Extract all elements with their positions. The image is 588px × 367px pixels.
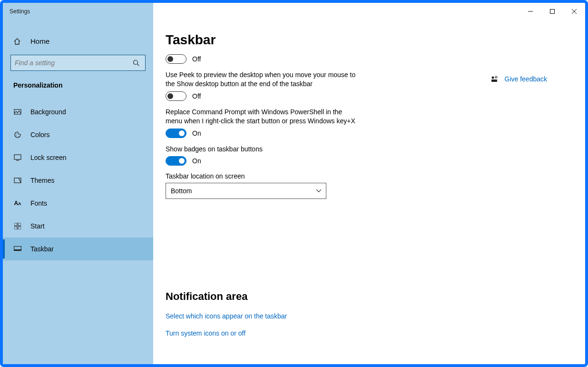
svg-point-14 [491, 77, 494, 79]
app-title: Settings [10, 8, 30, 15]
maximize-icon [550, 9, 555, 14]
page-title: Taskbar [166, 32, 573, 48]
svg-point-3 [16, 133, 17, 134]
select-taskbar-location[interactable]: Bottom [166, 183, 326, 199]
close-icon [572, 9, 577, 14]
sidebar-item-lock-screen[interactable]: Lock screen [3, 146, 153, 169]
sidebar-item-start[interactable]: Start [3, 215, 153, 238]
toggle-badges[interactable] [166, 156, 186, 166]
toggle-powershell[interactable] [166, 129, 186, 138]
svg-rect-8 [14, 223, 17, 226]
svg-rect-15 [491, 79, 497, 82]
sidebar-item-background[interactable]: Background [3, 100, 153, 123]
home-icon [13, 38, 22, 45]
svg-rect-6 [14, 155, 21, 159]
setting-desc-powershell: Replace Command Prompt with Windows Powe… [166, 108, 361, 126]
titlebar: Settings [3, 3, 585, 20]
setting-desc-badges: Show badges on taskbar buttons [166, 145, 365, 154]
taskbar-icon [13, 246, 22, 252]
sidebar: Home Personalization Background [3, 20, 153, 364]
section-heading-notification: Notification area [166, 290, 573, 303]
sidebar-item-fonts[interactable]: AA Fonts [3, 192, 153, 215]
sidebar-item-label: Background [30, 108, 66, 116]
toggle-state-label: On [192, 129, 201, 137]
svg-rect-13 [14, 249, 21, 251]
svg-point-4 [16, 135, 17, 136]
fonts-icon: AA [13, 200, 22, 207]
minimize-button[interactable] [519, 3, 541, 20]
svg-point-16 [495, 76, 497, 78]
nav-list: Background Colors Lock screen Themes AA … [3, 100, 153, 260]
sidebar-item-label: Taskbar [30, 245, 54, 253]
sidebar-item-label: Fonts [30, 199, 47, 207]
link-select-icons[interactable]: Select which icons appear on the taskbar [166, 312, 573, 320]
toggle-state-label: Off [192, 92, 201, 100]
toggle-state-label: Off [192, 55, 201, 63]
search-box[interactable] [10, 55, 146, 71]
svg-rect-11 [18, 227, 21, 229]
sidebar-item-label: Themes [30, 177, 55, 184]
toggle-state-label: On [192, 157, 201, 165]
sidebar-item-themes[interactable]: Themes [3, 169, 153, 192]
svg-rect-0 [550, 10, 555, 14]
main-content: Taskbar Off Use Peek to preview the desk… [153, 20, 585, 364]
toggle-peek[interactable] [166, 91, 186, 101]
setting-desc-peek: Use Peek to preview the desktop when you… [166, 70, 365, 89]
svg-rect-9 [18, 223, 21, 226]
settings-window: Settings Home [3, 3, 585, 364]
sidebar-item-taskbar[interactable]: Taskbar [3, 238, 153, 260]
link-system-icons[interactable]: Turn system icons on or off [166, 329, 573, 337]
feedback-icon [490, 75, 498, 83]
start-icon [13, 223, 22, 229]
feedback-label: Give feedback [505, 75, 548, 83]
sidebar-item-label: Start [30, 222, 45, 230]
svg-point-5 [18, 136, 19, 137]
feedback-link[interactable]: Give feedback [490, 75, 548, 83]
setting-label-location: Taskbar location on screen [166, 172, 432, 180]
select-value: Bottom [171, 187, 192, 195]
home-button[interactable]: Home [3, 30, 153, 52]
search-input[interactable] [15, 59, 133, 67]
background-icon [13, 108, 22, 116]
category-label: Personalization [3, 78, 153, 97]
svg-rect-10 [14, 227, 17, 229]
minimize-icon [528, 9, 533, 14]
colors-icon [13, 131, 22, 139]
home-label: Home [30, 37, 49, 45]
search-icon [133, 60, 141, 66]
close-button[interactable] [563, 3, 585, 20]
themes-icon [13, 177, 22, 184]
svg-point-1 [134, 60, 138, 65]
maximize-button[interactable] [541, 3, 563, 20]
sidebar-item-label: Colors [30, 131, 49, 139]
window-controls [519, 3, 585, 20]
lock-screen-icon [13, 154, 22, 161]
sidebar-item-label: Lock screen [30, 154, 66, 161]
chevron-down-icon [316, 189, 321, 192]
sidebar-item-colors[interactable]: Colors [3, 123, 153, 146]
toggle-lock-taskbar[interactable] [166, 54, 186, 64]
